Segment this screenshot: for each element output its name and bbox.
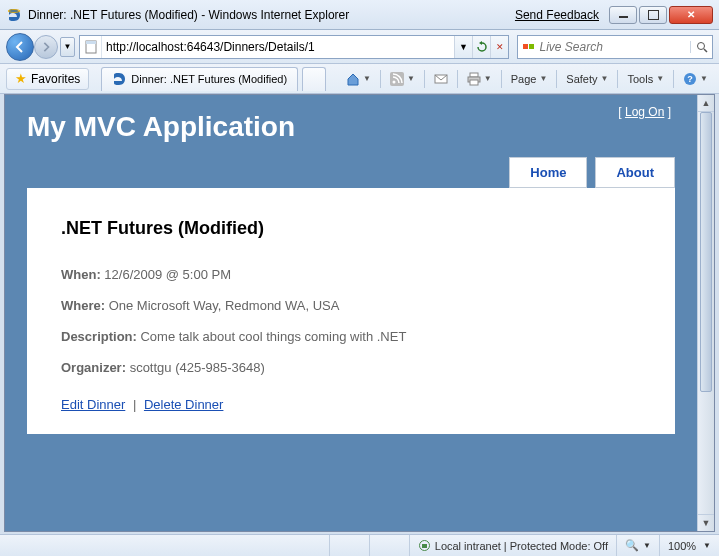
- safety-menu-button[interactable]: Safety▼: [561, 68, 613, 90]
- organizer-row: Organizer: scottgu (425-985-3648): [61, 360, 641, 375]
- intranet-icon: [418, 539, 431, 552]
- login-status: [ Log On ]: [618, 105, 671, 119]
- when-row: When: 12/6/2009 @ 5:00 PM: [61, 267, 641, 282]
- back-button[interactable]: [6, 33, 34, 61]
- browser-viewport: [ Log On ] My MVC Application Home About…: [4, 94, 715, 532]
- star-icon: ★: [15, 71, 27, 86]
- stop-button[interactable]: ✕: [490, 36, 508, 58]
- history-dropdown-button[interactable]: ▼: [60, 37, 75, 57]
- svg-rect-8: [470, 73, 478, 77]
- tab-title: Dinner: .NET Futures (Modified): [131, 73, 287, 85]
- print-button[interactable]: ▼: [462, 68, 497, 90]
- svg-point-6: [392, 80, 395, 83]
- window-minimize-button[interactable]: [609, 6, 637, 24]
- zoom-level[interactable]: 100% ▼: [659, 535, 719, 556]
- new-tab-button[interactable]: [302, 67, 326, 91]
- svg-line-4: [704, 49, 707, 52]
- where-row: Where: One Microsoft Way, Redmond WA, US…: [61, 298, 641, 313]
- refresh-button[interactable]: [472, 36, 490, 58]
- window-titlebar: Dinner: .NET Futures (Modified) - Window…: [0, 0, 719, 30]
- window-close-button[interactable]: [669, 6, 713, 24]
- tools-menu-button[interactable]: Tools▼: [622, 68, 669, 90]
- address-bar: ▼ ✕: [79, 35, 509, 59]
- security-zone[interactable]: Local intranet | Protected Mode: Off: [409, 535, 616, 556]
- page-heading: .NET Futures (Modified): [61, 218, 641, 239]
- description-row: Description: Come talk about cool things…: [61, 329, 641, 344]
- help-button[interactable]: ?▼: [678, 68, 713, 90]
- tab-favicon: [112, 72, 126, 86]
- window-maximize-button[interactable]: [639, 6, 667, 24]
- status-cell-2: [369, 535, 409, 556]
- page-content: [ Log On ] My MVC Application Home About…: [5, 95, 697, 531]
- forward-button[interactable]: [34, 35, 58, 59]
- favorites-button[interactable]: ★ Favorites: [6, 68, 89, 90]
- read-mail-button[interactable]: [429, 68, 453, 90]
- command-bar: ★ Favorites Dinner: .NET Futures (Modifi…: [0, 64, 719, 94]
- edit-dinner-link[interactable]: Edit Dinner: [61, 397, 125, 412]
- live-search-icon: [518, 44, 539, 50]
- browser-tab[interactable]: Dinner: .NET Futures (Modified): [101, 67, 298, 91]
- app-title: My MVC Application: [27, 111, 675, 143]
- status-cell-1: [329, 535, 369, 556]
- page-icon: [80, 36, 102, 58]
- scroll-thumb[interactable]: [700, 112, 712, 392]
- zoom-dropdown[interactable]: 🔍 ▼: [616, 535, 659, 556]
- svg-rect-14: [422, 544, 427, 548]
- url-input[interactable]: [102, 36, 454, 58]
- vertical-scrollbar[interactable]: ▲ ▼: [697, 95, 714, 531]
- ie-favicon: [6, 7, 22, 23]
- page-menu-button[interactable]: Page▼: [506, 68, 553, 90]
- svg-rect-2: [86, 41, 96, 44]
- feeds-button[interactable]: ▼: [385, 68, 420, 90]
- action-links: Edit Dinner | Delete Dinner: [61, 397, 641, 412]
- scroll-up-button[interactable]: ▲: [698, 95, 714, 112]
- nav-tab-about[interactable]: About: [595, 157, 675, 188]
- main-content: .NET Futures (Modified) When: 12/6/2009 …: [27, 188, 675, 434]
- navigation-bar: ▼ ▼ ✕: [0, 30, 719, 64]
- nav-tab-home[interactable]: Home: [509, 157, 587, 188]
- scroll-down-button[interactable]: ▼: [698, 514, 714, 531]
- window-title: Dinner: .NET Futures (Modified) - Window…: [28, 8, 515, 22]
- delete-dinner-link[interactable]: Delete Dinner: [144, 397, 224, 412]
- home-button[interactable]: ▼: [341, 68, 376, 90]
- svg-rect-10: [470, 80, 478, 85]
- favorites-label: Favorites: [31, 72, 80, 86]
- search-go-button[interactable]: [690, 41, 712, 53]
- address-dropdown-button[interactable]: ▼: [454, 36, 472, 58]
- search-box: [517, 35, 713, 59]
- status-bar: Local intranet | Protected Mode: Off 🔍 ▼…: [0, 534, 719, 556]
- zoom-out-icon: 🔍: [625, 539, 639, 552]
- logon-link[interactable]: Log On: [625, 105, 664, 119]
- send-feedback-link[interactable]: Send Feedback: [515, 8, 599, 22]
- svg-point-3: [697, 42, 704, 49]
- search-input[interactable]: [539, 40, 690, 54]
- svg-text:?: ?: [687, 74, 693, 84]
